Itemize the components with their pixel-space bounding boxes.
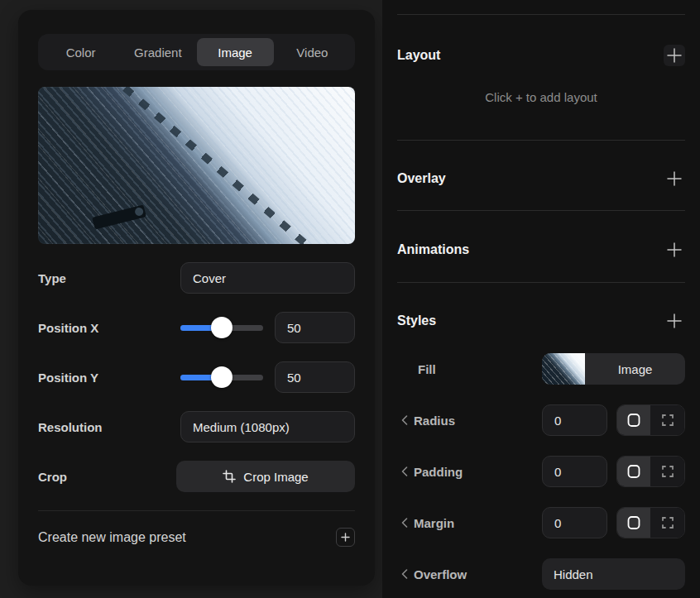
individual-padding-button[interactable]	[650, 457, 684, 486]
margin-input[interactable]: 0	[542, 507, 607, 538]
slider-thumb[interactable]	[211, 317, 233, 338]
padding-corner-toggle	[616, 456, 685, 487]
animations-title: Animations	[397, 242, 469, 257]
margin-label: Margin	[414, 516, 454, 530]
plus-icon	[341, 533, 350, 542]
overflow-select[interactable]: Hidden	[542, 558, 685, 590]
security-camera-in-photo	[92, 204, 146, 229]
resolution-label: Resolution	[38, 420, 180, 434]
tab-video[interactable]: Video	[274, 38, 351, 66]
divider	[38, 510, 355, 511]
rounded-square-icon	[627, 464, 640, 479]
crop-row: Crop Crop Image	[38, 461, 355, 492]
layout-section-header: Layout	[397, 46, 685, 65]
type-select[interactable]: Cover	[180, 262, 355, 294]
animations-section-header: Animations	[397, 241, 685, 259]
overlay-section-header: Overlay	[397, 170, 685, 188]
divider	[397, 282, 685, 283]
plus-icon	[667, 48, 682, 63]
styles-section-header: Styles	[397, 312, 685, 330]
styles-title: Styles	[397, 313, 436, 328]
plus-icon	[667, 242, 682, 257]
radius-input[interactable]: 0	[542, 404, 607, 436]
create-preset-label: Create new image preset	[38, 530, 336, 545]
padding-label: Padding	[414, 465, 463, 479]
resolution-row: Resolution Medium (1080px)	[38, 411, 355, 443]
fill-image-thumbnail	[542, 353, 585, 385]
individual-corners-button[interactable]	[650, 405, 684, 435]
position-y-row: Position Y 50	[38, 361, 355, 393]
slider-thumb[interactable]	[211, 366, 233, 388]
crop-label: Crop	[38, 470, 176, 484]
layout-title: Layout	[397, 48, 440, 63]
divider	[397, 210, 685, 211]
tab-color[interactable]: Color	[42, 38, 119, 66]
position-x-row: Position X 50	[38, 312, 355, 343]
resolution-select[interactable]: Medium (1080px)	[180, 411, 355, 443]
chevron-left-icon[interactable]	[401, 415, 408, 425]
inspector-panel: Layout Click + to add layout Overlay Ani…	[382, 0, 700, 598]
radius-label: Radius	[414, 414, 455, 428]
expand-corners-icon	[662, 414, 674, 426]
add-overlay-button[interactable]	[664, 168, 685, 189]
add-animation-button[interactable]	[664, 239, 685, 261]
padding-input[interactable]: 0	[542, 456, 607, 487]
image-preview[interactable]	[38, 87, 355, 244]
layout-empty-hint: Click + to add layout	[397, 90, 685, 108]
chevron-left-icon[interactable]	[401, 518, 408, 528]
tab-gradient[interactable]: Gradient	[119, 38, 196, 66]
crop-icon	[223, 470, 236, 483]
crop-image-button[interactable]: Crop Image	[176, 461, 355, 492]
chevron-left-icon[interactable]	[401, 466, 408, 476]
radius-corner-toggle	[616, 404, 685, 436]
position-y-input[interactable]: 50	[275, 361, 355, 393]
overflow-label: Overflow	[414, 567, 467, 581]
uniform-padding-button[interactable]	[617, 457, 651, 486]
preset-row: Create new image preset	[38, 528, 355, 547]
radius-row: Radius 0	[397, 404, 685, 436]
expand-corners-icon	[662, 517, 674, 529]
add-layout-button[interactable]	[664, 45, 685, 66]
expand-corners-icon	[662, 466, 674, 477]
rounded-square-icon	[627, 413, 640, 428]
padding-row: Padding 0	[397, 456, 685, 487]
position-y-slider[interactable]	[180, 366, 263, 388]
position-x-label: Position X	[38, 321, 180, 335]
margin-row: Margin 0	[397, 507, 685, 538]
add-preset-button[interactable]	[336, 528, 355, 547]
position-x-input[interactable]: 50	[275, 312, 355, 343]
tab-image[interactable]: Image	[197, 38, 274, 66]
fill-value-label: Image	[585, 353, 685, 385]
position-x-slider[interactable]	[180, 317, 263, 338]
fill-editor-card: Color Gradient Image Video Type Cover Po…	[18, 10, 375, 586]
type-label: Type	[38, 271, 180, 285]
margin-corner-toggle	[616, 507, 685, 538]
type-row: Type Cover	[38, 262, 355, 294]
fill-type-tabbar: Color Gradient Image Video	[38, 34, 355, 70]
plus-icon	[667, 171, 682, 186]
fill-row: Fill Image	[397, 353, 685, 385]
divider	[397, 140, 685, 141]
crop-button-label: Crop Image	[243, 470, 308, 484]
overflow-row: Overflow Hidden	[397, 558, 685, 590]
fill-label: Fill	[418, 362, 436, 376]
overlay-title: Overlay	[397, 171, 446, 186]
plus-icon	[667, 313, 682, 328]
chevron-left-icon[interactable]	[401, 569, 408, 579]
uniform-corners-button[interactable]	[617, 405, 651, 435]
divider	[397, 14, 685, 15]
add-style-button[interactable]	[664, 310, 685, 332]
uniform-margin-button[interactable]	[617, 508, 651, 538]
rounded-square-icon	[627, 515, 640, 530]
individual-margin-button[interactable]	[650, 508, 684, 538]
fill-value-button[interactable]: Image	[542, 353, 685, 385]
position-y-label: Position Y	[38, 371, 180, 385]
